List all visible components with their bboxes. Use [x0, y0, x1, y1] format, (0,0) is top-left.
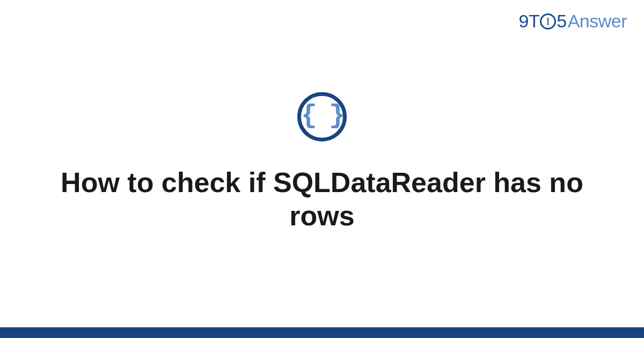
main-content: { } How to check if SQLDataReader has no…: [0, 92, 644, 232]
site-logo: 9 T 5 Answer: [519, 11, 627, 32]
footer-bar: [0, 327, 644, 338]
logo-t: T: [529, 11, 539, 32]
code-braces-icon: { }: [297, 92, 347, 142]
braces-glyph: { }: [301, 102, 343, 129]
logo-nine: 9: [519, 11, 529, 32]
logo-answer: Answer: [568, 11, 627, 32]
logo-five: 5: [557, 11, 566, 32]
clock-icon: [540, 13, 556, 30]
question-title: How to check if SQLDataReader has no row…: [54, 166, 590, 232]
